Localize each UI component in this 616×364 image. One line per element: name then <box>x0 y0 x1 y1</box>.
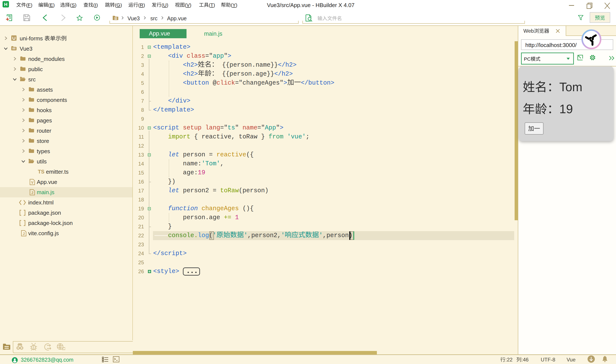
svg-text:(E): (E) <box>48 2 55 8</box>
svg-text:src: src <box>28 76 36 83</box>
svg-text:(V): (V) <box>185 2 192 8</box>
svg-text:package-lock.json: package-lock.json <box>28 220 73 226</box>
svg-text:types: types <box>37 148 50 155</box>
svg-text:hooks: hooks <box>37 107 52 113</box>
svg-text:(Y): (Y) <box>231 2 237 8</box>
svg-text::22: :22 <box>506 357 512 363</box>
svg-text:Web: Web <box>523 28 534 34</box>
svg-text:J: J <box>31 191 33 195</box>
svg-text:(G): (G) <box>115 2 122 8</box>
svg-text::46: :46 <box>521 357 529 363</box>
svg-text:19: 19 <box>559 102 573 116</box>
svg-text:assets: assets <box>37 87 53 93</box>
svg-text:J: J <box>23 232 25 236</box>
svg-text:(T): (T) <box>209 2 215 8</box>
svg-text:main.js: main.js <box>37 189 54 195</box>
svg-text:(R): (R) <box>138 2 145 8</box>
svg-text:PC: PC <box>524 56 531 62</box>
svg-text:utils: utils <box>37 158 47 165</box>
svg-text:Tom: Tom <box>559 80 582 94</box>
svg-text:Vue3: Vue3 <box>20 46 32 52</box>
svg-text:uni-forms: uni-forms <box>20 35 43 42</box>
svg-text:store: store <box>37 138 49 144</box>
svg-text:(F): (F) <box>26 2 32 8</box>
svg-text:emitter.ts: emitter.ts <box>46 169 68 175</box>
svg-text:(S): (S) <box>70 2 77 8</box>
svg-text:App.vue: App.vue <box>37 179 57 185</box>
svg-text:H: H <box>4 2 7 7</box>
svg-text:public: public <box>28 66 43 72</box>
svg-text:package.json: package.json <box>28 209 61 216</box>
svg-text:vite.config.js: vite.config.js <box>28 230 59 236</box>
svg-text:(I): (I) <box>93 2 98 8</box>
svg-text:router: router <box>37 128 51 134</box>
svg-text:V: V <box>31 181 34 184</box>
svg-text:node_modules: node_modules <box>28 56 65 62</box>
svg-text:(U): (U) <box>162 2 168 8</box>
svg-text:components: components <box>37 97 67 103</box>
svg-text:index.html: index.html <box>28 199 54 206</box>
svg-text:pages: pages <box>37 117 52 124</box>
